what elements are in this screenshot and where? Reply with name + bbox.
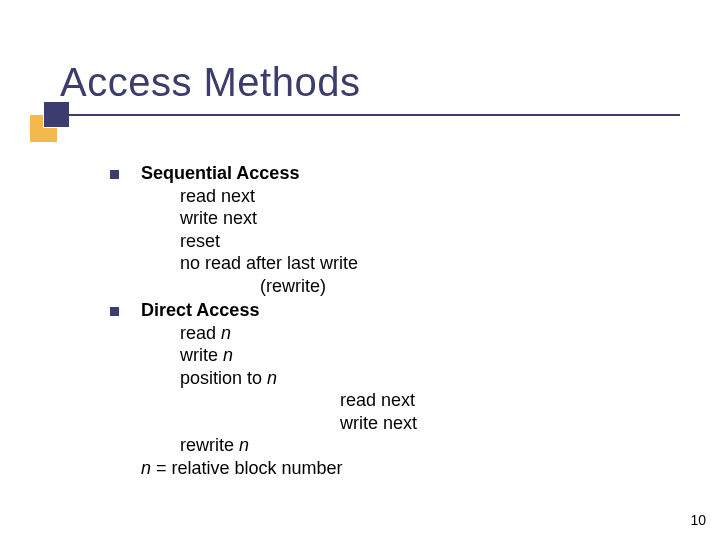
body-line: read next <box>110 185 417 208</box>
body-line: no read after last write <box>110 252 417 275</box>
bullet-item: Sequential Access <box>110 162 417 185</box>
page-number: 10 <box>690 512 706 528</box>
body-line: position to n <box>110 367 417 390</box>
bullet-heading: Sequential Access <box>141 162 299 185</box>
body-line: rewrite n <box>110 434 417 457</box>
body-line: n = relative block number <box>110 457 417 480</box>
bullet-heading: Direct Access <box>141 299 259 322</box>
slide-body: Sequential Access read next write next r… <box>110 160 417 479</box>
body-line: reset <box>110 230 417 253</box>
body-line: write next <box>110 412 417 435</box>
body-line: read n <box>110 322 417 345</box>
bullet-item: Direct Access <box>110 299 417 322</box>
body-line: write next <box>110 207 417 230</box>
body-line: (rewrite) <box>110 275 417 298</box>
slide: Access Methods Sequential Access read ne… <box>0 0 720 540</box>
title-underline <box>68 114 680 116</box>
body-line: write n <box>110 344 417 367</box>
square-bullet-icon <box>110 170 119 179</box>
accent-square-front <box>43 101 70 128</box>
slide-title: Access Methods <box>60 60 360 104</box>
title-block: Access Methods <box>60 60 360 105</box>
body-line: read next <box>110 389 417 412</box>
square-bullet-icon <box>110 307 119 316</box>
